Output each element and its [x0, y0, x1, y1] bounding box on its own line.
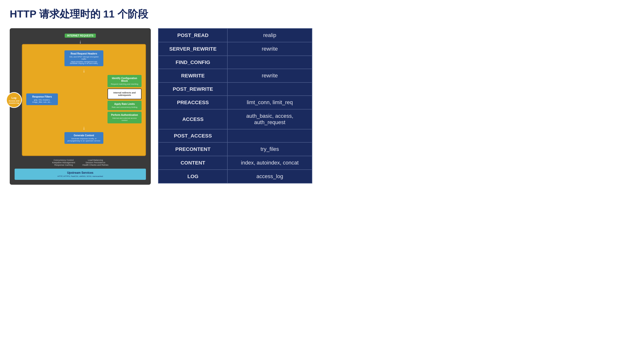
page-title: HTTP 请求处理时的 11 个阶段	[10, 7, 312, 21]
table-container: POST_READrealipSERVER_REWRITErewriteFIND…	[158, 28, 312, 183]
table-row: REWRITErewrite	[158, 69, 312, 83]
phase-modules	[228, 129, 312, 142]
phase-name: POST_ACCESS	[158, 129, 228, 142]
phase-modules: index, autoindex, concat	[228, 156, 312, 170]
read-request-box: Read Request Headers SSL and SPDY decryp…	[64, 50, 103, 66]
read-request-row: Read Request Headers SSL and SPDY decryp…	[26, 50, 142, 66]
apply-rate-box: Apply Rate Limits Rate and concurrency l…	[108, 101, 142, 110]
arrow-down-1: ↓	[14, 39, 146, 44]
table-row: POST_REWRITE	[158, 83, 312, 96]
phase-modules: rewrite	[228, 69, 312, 83]
table-row: SERVER_REWRITErewrite	[158, 42, 312, 56]
phase-modules: realip	[228, 29, 312, 42]
table-row: LOGaccess_log	[158, 170, 312, 183]
arrow-down-3: ↓	[26, 125, 142, 130]
perform-auth-box: Perform Authentication Internal and exte…	[108, 112, 142, 123]
bottom-labels: Concurrency Control Keepalive Management…	[14, 159, 146, 166]
phase-modules: auth_basic, access, auth_request	[228, 109, 312, 129]
upstream-box: Upstream Services HTTP, HTTPS, FastCGI, …	[14, 169, 146, 180]
middle-section: Response Filters gzip, SSL headers, imag…	[26, 75, 142, 123]
phase-name: PRECONTENT	[158, 142, 228, 156]
phase-modules: limt_conn, limit_req	[228, 96, 312, 109]
diagram-inner: Read Request Headers SSL and SPDY decryp…	[22, 44, 146, 156]
phase-modules: access_log	[228, 170, 312, 183]
internet-requests-label: INTERNET REQUESTS	[65, 34, 96, 38]
response-filters-box: Response Filters gzip, SSL headers, imag…	[26, 93, 58, 105]
phase-name: POST_READ	[158, 29, 228, 42]
table-row: FIND_CONFIG	[158, 56, 312, 69]
phase-modules: rewrite	[228, 42, 312, 56]
generate-content-box: Generate Content Generate response local…	[64, 132, 103, 144]
diagram-container: INTERNET REQUESTS ↓ Log Access and sessi…	[10, 28, 151, 185]
log-circle: Log Access and session log	[6, 92, 22, 108]
internal-redirects-box: Internal redirects and subrequests	[108, 89, 142, 99]
arrow-down-2: ↓	[26, 68, 142, 73]
phase-name: ACCESS	[158, 109, 228, 129]
identify-config-box: Identify Configuration Block Request mat…	[108, 75, 142, 87]
bottom-left-label: Concurrency Control Keepalive Management…	[52, 159, 75, 166]
phase-modules	[228, 56, 312, 69]
phase-name: POST_REWRITE	[158, 83, 228, 96]
phase-name: PREACCESS	[158, 96, 228, 109]
table-row: ACCESSauth_basic, access, auth_request	[158, 109, 312, 129]
table-row: POST_ACCESS	[158, 129, 312, 142]
phase-modules	[228, 83, 312, 96]
bottom-right-label: Load Balancing Session Persistence Healt…	[82, 159, 108, 166]
phase-name: REWRITE	[158, 69, 228, 83]
phase-name: LOG	[158, 170, 228, 183]
phase-name: CONTENT	[158, 156, 228, 170]
generate-content-row: Generate Content Generate response local…	[26, 132, 142, 144]
table-row: PRECONTENTtry_files	[158, 142, 312, 156]
diagram-inner-wrapper: Log Access and session log Read Request …	[14, 44, 146, 156]
phase-name: SERVER_REWRITE	[158, 42, 228, 56]
main-content: INTERNET REQUESTS ↓ Log Access and sessi…	[10, 28, 312, 185]
table-row: PREACCESSlimt_conn, limit_req	[158, 96, 312, 109]
phase-modules: try_files	[228, 142, 312, 156]
phases-table: POST_READrealipSERVER_REWRITErewriteFIND…	[158, 28, 312, 183]
phase-name: FIND_CONFIG	[158, 56, 228, 69]
table-row: POST_READrealip	[158, 29, 312, 42]
table-row: CONTENTindex, autoindex, concat	[158, 156, 312, 170]
